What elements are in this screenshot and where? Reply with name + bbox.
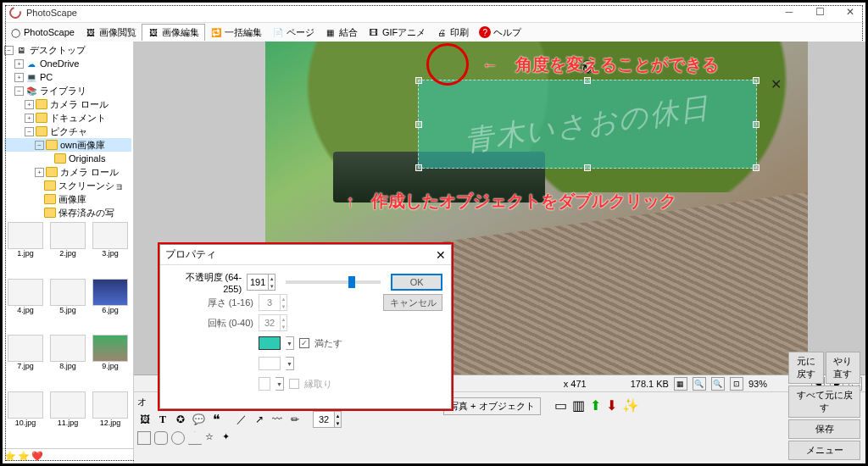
quote-icon[interactable]: ❝ bbox=[209, 412, 224, 427]
main-tab-bar: ◯PhotoScape 🖼画像閲覧 🖼画像編集 🔁一括編集 📄ページ ▦結合 🎞… bbox=[3, 23, 865, 42]
annotation-circle bbox=[426, 43, 469, 86]
opacity-input[interactable]: ▲▼ bbox=[247, 274, 275, 291]
pattern-swatch[interactable] bbox=[259, 357, 281, 370]
rotate-input: ▲▼ bbox=[259, 314, 287, 331]
arrow-icon[interactable]: ↗ bbox=[252, 412, 267, 427]
undo-button[interactable]: 元に戻す bbox=[788, 352, 824, 384]
batch-icon: 🔁 bbox=[210, 26, 222, 38]
back-icon[interactable]: ⬇ bbox=[606, 397, 617, 413]
text-object[interactable]: 青木いさおの休日 ↻ ✕ bbox=[418, 80, 757, 169]
fill-label: 満たす bbox=[314, 337, 342, 350]
redo-button[interactable]: やり直す bbox=[826, 352, 861, 384]
star-icon: ⭐ bbox=[18, 451, 30, 462]
outline-color-swatch[interactable] bbox=[259, 377, 270, 391]
balloon-icon[interactable]: 💬 bbox=[191, 412, 206, 427]
zoom-out-icon[interactable]: 🔍 bbox=[693, 377, 706, 391]
minimize-button[interactable]: ─ bbox=[774, 3, 804, 21]
props-icon[interactable]: ✨ bbox=[622, 397, 639, 413]
resize-handle[interactable] bbox=[753, 121, 760, 128]
annotation-text: ← 角度を変えることができる bbox=[481, 53, 719, 76]
rotate-label: 回転 (0-40) bbox=[169, 317, 253, 330]
resize-handle[interactable] bbox=[415, 121, 422, 128]
undo-all-button[interactable]: すべて元に戻す bbox=[788, 386, 860, 418]
fill-checkbox[interactable]: ✓ bbox=[299, 338, 309, 348]
text-tool-icon[interactable]: T bbox=[155, 412, 170, 427]
color-dropdown-icon[interactable]: ▼ bbox=[286, 336, 294, 350]
cancel-button[interactable]: キャンセル bbox=[383, 294, 442, 311]
resize-handle[interactable] bbox=[584, 77, 591, 84]
zoom-in-icon[interactable]: 🔍 bbox=[711, 377, 725, 391]
tab-edit[interactable]: 🖼画像編集 bbox=[142, 24, 205, 41]
tab-browse[interactable]: 🖼画像閲覧 bbox=[80, 25, 142, 41]
pattern-dropdown-icon[interactable]: ▼ bbox=[286, 357, 294, 370]
gif-icon: 🎞 bbox=[368, 26, 380, 38]
delete-object-icon[interactable]: ✕ bbox=[771, 76, 782, 92]
close-button[interactable]: ✕ bbox=[835, 3, 865, 21]
thickness-input: ▲▼ bbox=[259, 294, 287, 311]
left-panel: −🖥デスクトップ +☁OneDrive +💻PC −📚ライブラリ +カメラ ロー… bbox=[3, 42, 134, 463]
dialog-titlebar[interactable]: プロパティ ✕ bbox=[160, 245, 451, 265]
tab-help[interactable]: ?ヘルプ bbox=[474, 25, 526, 41]
resize-handle[interactable] bbox=[753, 77, 760, 84]
title-bar: PhotoScape ─ ☐ ✕ bbox=[3, 3, 865, 23]
rect-shape[interactable] bbox=[137, 431, 151, 445]
fill-color-swatch[interactable] bbox=[259, 336, 281, 350]
symbol-icon[interactable]: ✪ bbox=[173, 412, 188, 427]
outline-dropdown-icon[interactable]: ▼ bbox=[275, 377, 284, 391]
dialog-close-icon[interactable]: ✕ bbox=[436, 248, 446, 262]
resize-handle[interactable] bbox=[415, 164, 422, 171]
line-icon[interactable]: ／ bbox=[234, 412, 249, 427]
page-icon: 📄 bbox=[272, 26, 284, 38]
combine-icon: ▦ bbox=[325, 26, 337, 38]
photo-icon[interactable]: 🖼 bbox=[137, 412, 153, 427]
print-icon: 🖨 bbox=[436, 26, 448, 38]
front-icon[interactable]: ⬆ bbox=[590, 397, 601, 413]
resize-handle[interactable] bbox=[753, 164, 760, 171]
save-button[interactable]: 保存 bbox=[788, 419, 860, 439]
tab-print[interactable]: 🖨印刷 bbox=[431, 25, 474, 41]
app-logo-icon bbox=[7, 4, 23, 20]
opacity-slider[interactable] bbox=[286, 280, 381, 284]
resize-handle[interactable] bbox=[584, 164, 591, 171]
tab-photoscape[interactable]: ◯PhotoScape bbox=[4, 25, 80, 40]
folder-tree[interactable]: −🖥デスクトップ +☁OneDrive +💻PC −📚ライブラリ +カメラ ロー… bbox=[3, 42, 133, 219]
heart-icon: ❤️ bbox=[31, 451, 43, 462]
free-icon[interactable]: ✏ bbox=[287, 412, 303, 427]
grid-icon[interactable]: ▦ bbox=[674, 377, 687, 391]
resize-handle[interactable] bbox=[415, 77, 422, 84]
browse-icon: 🖼 bbox=[85, 26, 97, 38]
dialog-title: プロパティ bbox=[165, 247, 216, 262]
tab-object[interactable]: オ bbox=[137, 396, 147, 408]
polygon-shape[interactable] bbox=[188, 431, 202, 445]
maximize-button[interactable]: ☐ bbox=[804, 3, 835, 21]
annotation-text: ↑ 作成したオブジェクトをダブルクリック bbox=[346, 190, 676, 213]
help-icon: ? bbox=[479, 26, 491, 38]
tab-photo-object[interactable]: 写真 + オブジェクト bbox=[443, 397, 541, 415]
ellipse-shape[interactable] bbox=[171, 431, 185, 445]
roundrect-shape[interactable] bbox=[154, 431, 168, 445]
menu-button[interactable]: メニュー bbox=[788, 441, 860, 460]
tab-batch[interactable]: 🔁一括編集 bbox=[205, 25, 267, 41]
properties-dialog: プロパティ ✕ 不透明度 (64-255) ▲▼ OK 厚さ (1-16) ▲▼… bbox=[159, 244, 452, 409]
thumbnail-grid[interactable]: 1.jpg 2.jpg 3.jpg 4.jpg 5.jpg 6.jpg 7.jp… bbox=[3, 219, 133, 448]
outline-checkbox[interactable] bbox=[289, 379, 299, 389]
select-all-icon[interactable]: ▭ bbox=[554, 397, 567, 413]
rotate-spinner[interactable]: ▲▼ bbox=[313, 411, 342, 428]
ok-button[interactable]: OK bbox=[391, 274, 442, 291]
star-shape[interactable]: ☆ bbox=[205, 431, 219, 445]
thickness-label: 厚さ (1-16) bbox=[169, 297, 253, 309]
curve-icon[interactable]: 〰 bbox=[270, 412, 285, 427]
edit-icon: 🖼 bbox=[147, 27, 159, 39]
outline-label: 縁取り bbox=[304, 378, 332, 391]
group-icon[interactable]: ▥ bbox=[572, 397, 585, 413]
favorites-bar[interactable]: ⭐ ⭐ ❤️ bbox=[3, 448, 133, 463]
tab-combine[interactable]: ▦結合 bbox=[320, 25, 363, 41]
star5-shape[interactable]: ✦ bbox=[222, 431, 236, 445]
zoom-fit-icon[interactable]: ⊡ bbox=[730, 377, 743, 391]
object-text: 青木いさおの休日 bbox=[462, 87, 713, 160]
tab-gif[interactable]: 🎞GIFアニメ bbox=[363, 25, 431, 41]
image-dimensions: x 471 bbox=[564, 379, 587, 389]
star-icon: ⭐ bbox=[4, 451, 16, 462]
tab-page[interactable]: 📄ページ bbox=[267, 25, 320, 41]
zoom-level: 93% bbox=[748, 379, 767, 389]
